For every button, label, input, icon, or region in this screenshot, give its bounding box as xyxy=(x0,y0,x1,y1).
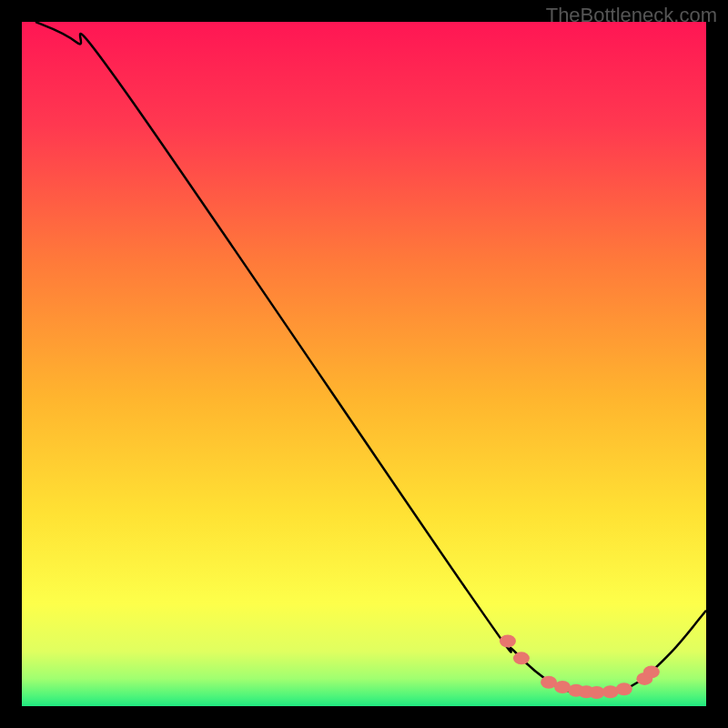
gradient-background xyxy=(22,22,706,706)
chart-plot-area xyxy=(22,22,706,706)
watermark-text: TheBottleneck.com xyxy=(546,4,717,27)
svg-rect-0 xyxy=(22,22,706,706)
